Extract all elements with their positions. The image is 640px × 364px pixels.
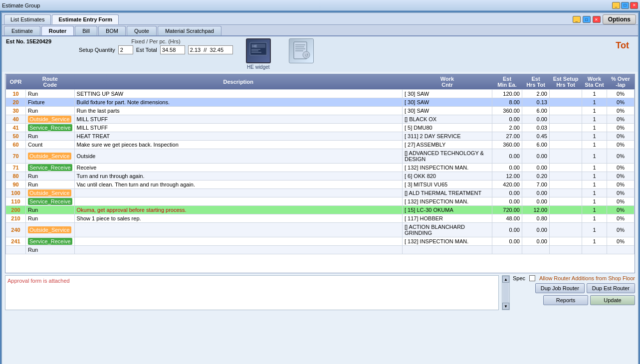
col-est-min-ea: EstMin Ea.: [492, 74, 522, 90]
inner-minimize-button[interactable]: _: [573, 16, 581, 23]
nav-tab-estimate[interactable]: Estimate: [4, 26, 40, 35]
table-row[interactable]: 50RunHEAT TREAT[ 311] 2 DAY SERVICE27.00…: [6, 132, 635, 141]
tab-estimate-entry-form[interactable]: Estimate Entry Form: [52, 14, 119, 24]
work-sta-cnt-cell: 1: [582, 90, 607, 98]
est-total-input[interactable]: [160, 45, 185, 54]
description-cell: [74, 223, 402, 237]
nav-tab-bom[interactable]: BOM: [98, 26, 126, 35]
nav-tabs: Estimate Router Bill BOM Quote Material …: [2, 25, 638, 36]
est-hrs-tot-cell: 0.00: [522, 189, 550, 197]
est-hrs-tot-cell: 6.00: [522, 141, 550, 149]
route-code-cell: Outside_Service: [26, 189, 75, 197]
est-setup-hrs-tot-cell: [550, 214, 582, 223]
minimize-button[interactable]: _: [612, 2, 620, 9]
work-sta-cnt-cell: 1: [582, 181, 607, 189]
inner-maximize-button[interactable]: □: [583, 16, 591, 23]
est-setup-hrs-tot-cell: [550, 246, 582, 254]
opr-cell: 60: [6, 141, 26, 149]
dup-job-router-button[interactable]: Dup Job Router: [535, 283, 585, 293]
table-row[interactable]: Run: [6, 246, 635, 254]
he-widget-icon[interactable]: HE: [246, 38, 271, 63]
bottom-area: Approval form is attached ▲ ▼ Spec Allow…: [5, 275, 635, 310]
opr-cell: 41: [6, 124, 26, 132]
route-code-cell: Outside_Service: [26, 115, 75, 124]
route-code-cell: Run: [26, 214, 75, 223]
col-description: Description: [74, 74, 402, 90]
pct-overlap-cell: 0%: [607, 124, 635, 132]
work-cntr-cell: [403, 246, 492, 254]
table-row[interactable]: 80RunTurn and run through again.[ 6] OKK…: [6, 172, 635, 181]
work-sta-cnt-cell: 1: [582, 223, 607, 237]
tab-list-estimates[interactable]: List Estimates: [4, 14, 51, 24]
close-button[interactable]: ✕: [630, 2, 638, 9]
allow-router-checkbox[interactable]: [529, 275, 535, 281]
scroll-down-arrow[interactable]: ▼: [502, 303, 509, 310]
fixed-values-input[interactable]: [188, 45, 233, 54]
est-min-ea-cell: 360.00: [492, 107, 522, 115]
pct-overlap-cell: 0%: [607, 223, 635, 237]
col-route-code: RouteCode: [26, 74, 75, 90]
pct-overlap-cell: 0%: [607, 237, 635, 246]
nav-tab-bill[interactable]: Bill: [75, 26, 97, 35]
table-row[interactable]: 241Service_Receive[ 132] INSPECTION MAN.…: [6, 237, 635, 246]
pct-overlap-cell: [607, 246, 635, 254]
work-sta-cnt-cell: 1: [582, 98, 607, 107]
allow-router-label: Allow Router Additions from Shop Floor: [539, 275, 635, 281]
est-setup-hrs-tot-cell: [550, 107, 582, 115]
nav-tab-quote[interactable]: Quote: [127, 26, 157, 35]
est-total-label: Est Total: [136, 47, 157, 53]
est-min-ea-cell: 12.00: [492, 172, 522, 181]
table-row[interactable]: 20FixtureBuild fixture for part. Note di…: [6, 98, 635, 107]
table-row[interactable]: 70Outside_ServiceOutside[] ADVANCED TECH…: [6, 149, 635, 164]
scroll-up-arrow[interactable]: ▲: [502, 276, 509, 283]
route-code-cell: Outside_Service: [26, 149, 75, 164]
page-icon: ↺: [289, 38, 314, 63]
est-hrs-tot-cell: 7.00: [522, 181, 550, 189]
work-cntr-cell: [ 311] 2 DAY SERVICE: [403, 132, 492, 141]
work-cntr-cell: [ 5] DMU80: [403, 124, 492, 132]
est-setup-hrs-tot-cell: [550, 206, 582, 214]
est-hrs-tot-cell: 12.00: [522, 206, 550, 214]
setup-qty-label: Setup Quantity: [79, 47, 115, 53]
table-row[interactable]: 200RunOkuma, get approval before startin…: [6, 206, 635, 214]
pct-overlap-cell: 0%: [607, 90, 635, 98]
table-row[interactable]: 10RunSETTING UP SAW[ 30] SAW120.002.0010…: [6, 90, 635, 98]
dup-est-router-button[interactable]: Dup Est Router: [587, 283, 635, 293]
est-min-ea-cell: 720.00: [492, 206, 522, 214]
table-row[interactable]: 100Outside_Service[] ALD THERMAL TREATME…: [6, 189, 635, 197]
table-row[interactable]: 41Service_ReceiveMILL STUFF[ 5] DMU802.0…: [6, 124, 635, 132]
pct-overlap-cell: 0%: [607, 214, 635, 223]
est-hrs-tot-cell: 0.00: [522, 223, 550, 237]
reports-button[interactable]: Reports: [543, 295, 588, 305]
update-button[interactable]: Update: [590, 295, 635, 305]
route-code-cell: Run: [26, 132, 75, 141]
table-row[interactable]: 71Service_ReceiveReceive[ 132] INSPECTIO…: [6, 164, 635, 172]
pct-overlap-cell: 0%: [607, 107, 635, 115]
table-row[interactable]: 40Outside_ServiceMILL STUFF[] BLACK OX0.…: [6, 115, 635, 124]
work-sta-cnt-cell: 1: [582, 115, 607, 124]
inner-close-button[interactable]: ✕: [593, 16, 601, 23]
col-pct-overlap: % Over-lap: [607, 74, 635, 90]
est-setup-hrs-tot-cell: [550, 181, 582, 189]
nav-tab-router[interactable]: Router: [41, 26, 74, 35]
est-min-ea-cell: 0.00: [492, 237, 522, 246]
table-row[interactable]: 90RunVac until clean. Then turn and run …: [6, 181, 635, 189]
maximize-button[interactable]: □: [621, 2, 629, 9]
est-hrs-tot-cell: 0.00: [522, 164, 550, 172]
est-setup-hrs-tot-cell: [550, 141, 582, 149]
svg-rect-4: [251, 49, 260, 50]
setup-qty-input[interactable]: [118, 45, 133, 54]
scroll-bar[interactable]: ▲ ▼: [502, 275, 510, 310]
table-row[interactable]: 240Outside_Service[] ACTION BLANCHARD GR…: [6, 223, 635, 237]
options-button[interactable]: Options: [603, 14, 636, 24]
nav-tab-material-scratchpad[interactable]: Material Scratchpad: [158, 26, 221, 35]
work-sta-cnt-cell: 1: [582, 172, 607, 181]
opr-cell: 240: [6, 223, 26, 237]
table-row[interactable]: 30RunRun the last parts[ 30] SAW360.006.…: [6, 107, 635, 115]
table-row[interactable]: 60CountMake sure we get pieces back. Ins…: [6, 141, 635, 149]
est-min-ea-cell: 120.00: [492, 90, 522, 98]
table-row[interactable]: 110Service_Receive[ 132] INSPECTION MAN.…: [6, 197, 635, 206]
pct-overlap-cell: 0%: [607, 172, 635, 181]
table-row[interactable]: 210RunShow 1 piece to sales rep.[ 117] H…: [6, 214, 635, 223]
est-setup-hrs-tot-cell: [550, 98, 582, 107]
